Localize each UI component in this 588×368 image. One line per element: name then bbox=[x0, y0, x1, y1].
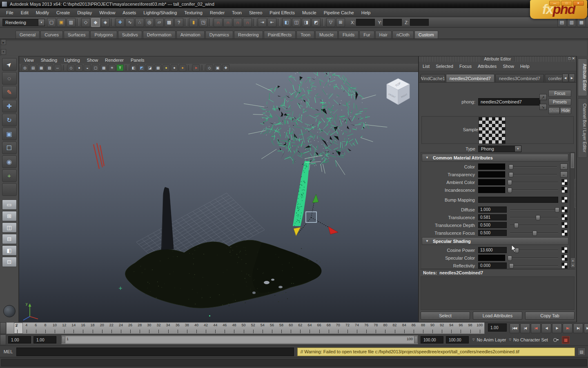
shelf-tab-subdivs[interactable]: Subdivs bbox=[118, 31, 142, 38]
chevron-down-icon[interactable]: ▼ bbox=[515, 146, 521, 152]
soft-modification-tool[interactable]: ◉ bbox=[2, 155, 17, 168]
menu-lighting-shading[interactable]: Lighting/Shading bbox=[140, 10, 180, 15]
slider-handle[interactable] bbox=[508, 188, 512, 193]
textured-icon[interactable]: ▩ bbox=[100, 64, 107, 71]
menu-stereo[interactable]: Stereo bbox=[245, 10, 266, 15]
shelf-tab-muscle[interactable]: Muscle bbox=[315, 31, 338, 38]
snap-view-plane-icon[interactable]: ▱ bbox=[155, 18, 164, 27]
step-forward-frame-button[interactable]: ▶| bbox=[573, 323, 583, 333]
attribute-editor-menu-list[interactable]: List bbox=[423, 64, 430, 69]
shelf-tab-toon[interactable]: Toon bbox=[296, 31, 314, 38]
absolute-transform-icon[interactable]: ⊞ bbox=[336, 18, 345, 27]
tab-scroll-left-icon[interactable]: ◀ bbox=[562, 74, 568, 82]
render-view-icon[interactable]: ◧ bbox=[282, 18, 291, 27]
attribute-editor-menu-selected[interactable]: Selected bbox=[436, 64, 453, 69]
color-swatch[interactable] bbox=[478, 164, 505, 170]
toolbar-separator[interactable] bbox=[209, 19, 212, 26]
attribute-tab-needles3combined7[interactable]: needles3Combined7 bbox=[495, 74, 544, 82]
attribute-editor-menu-help[interactable]: Help bbox=[520, 64, 530, 69]
attribute-slider[interactable] bbox=[510, 263, 558, 268]
output-connection-icon[interactable]: ↘ bbox=[539, 104, 547, 110]
output-connections-icon[interactable]: ⇤ bbox=[267, 18, 276, 27]
range-slider[interactable]: 1 100 bbox=[61, 335, 418, 344]
play-forwards-button[interactable]: ▶ bbox=[552, 323, 562, 333]
z-coordinate-field[interactable] bbox=[410, 19, 429, 26]
viewport-menu-view[interactable]: View bbox=[24, 58, 34, 63]
show-channel-box-icon[interactable]: ▦ bbox=[577, 18, 586, 27]
attribute-slider[interactable] bbox=[510, 230, 558, 236]
shelf-tab-curves[interactable]: Curves bbox=[40, 31, 63, 38]
connection-arrow-icon[interactable]: ← bbox=[560, 164, 568, 170]
float-panel-icon[interactable]: □ bbox=[568, 56, 570, 61]
character-set-caret-icon[interactable]: ▽ bbox=[509, 338, 511, 341]
menu-assets[interactable]: Assets bbox=[119, 10, 140, 15]
menu-muscle[interactable]: Muscle bbox=[298, 10, 320, 15]
toolbar-separator[interactable] bbox=[185, 19, 187, 26]
shelf-tab-animation[interactable]: Animation bbox=[176, 31, 205, 38]
persp-outliner-layout[interactable]: ◫ bbox=[2, 222, 17, 233]
playback-start-field[interactable]: 1.00 bbox=[33, 336, 56, 343]
attribute-editor-menu-show[interactable]: Show bbox=[503, 64, 514, 69]
map-checker-icon[interactable] bbox=[561, 187, 568, 193]
attribute-slider[interactable] bbox=[508, 255, 558, 260]
value-field[interactable]: 0.500 bbox=[478, 230, 507, 236]
focus-button[interactable]: Focus bbox=[548, 90, 571, 97]
value-field[interactable]: 0.000 bbox=[478, 263, 507, 269]
menu-edit[interactable]: Edit bbox=[17, 10, 32, 15]
tab-scroll-right-icon[interactable]: ▶ bbox=[569, 74, 575, 82]
map-checker-icon[interactable] bbox=[561, 230, 568, 236]
snap-together-icon[interactable]: ∩ bbox=[214, 18, 223, 27]
show-manipulator-tool[interactable]: + bbox=[2, 169, 17, 182]
colored-wireframe-icon[interactable]: ◩ bbox=[138, 64, 145, 71]
shelf-tab-general[interactable]: General bbox=[16, 31, 40, 38]
snap-point-icon[interactable]: ∴ bbox=[135, 18, 144, 27]
attribute-slider[interactable] bbox=[510, 247, 558, 253]
select-button[interactable]: Select bbox=[421, 312, 470, 320]
slider-handle[interactable] bbox=[536, 215, 540, 220]
animation-end-field[interactable]: 100.00 bbox=[446, 336, 469, 343]
single-pane-layout[interactable]: ▭ bbox=[2, 200, 17, 210]
connection-arrow-icon[interactable]: ← bbox=[560, 171, 568, 177]
attribute-slider[interactable] bbox=[508, 172, 557, 177]
dock-tab-channel-box-layer-editor[interactable]: Channel Box / Layer Editor bbox=[578, 98, 587, 158]
step-back-frame-button[interactable]: |◀ bbox=[520, 323, 530, 333]
load-attributes-button[interactable]: Load Attributes bbox=[473, 312, 522, 320]
image-plane-icon[interactable]: ▧ bbox=[46, 64, 53, 71]
persp-multi-layout[interactable]: ⊡ bbox=[2, 257, 17, 267]
toolbar-separator[interactable] bbox=[77, 19, 80, 26]
frame-selection-icon[interactable]: ▣ bbox=[214, 64, 221, 71]
camera-attributes-icon[interactable]: ▤ bbox=[29, 64, 37, 71]
open-scene-icon[interactable]: ▣ bbox=[57, 18, 66, 27]
anim-layer-selector[interactable]: No Anim Layer bbox=[477, 337, 506, 342]
slider-handle[interactable] bbox=[555, 207, 559, 213]
attribute-slider[interactable] bbox=[508, 164, 557, 169]
smooth-shade-icon[interactable]: ● bbox=[76, 64, 83, 71]
command-input[interactable] bbox=[16, 348, 294, 356]
scale-tool[interactable]: ▣ bbox=[2, 128, 17, 140]
character-set-selector[interactable]: No Character Set bbox=[513, 337, 548, 342]
menu-pipeline-cache[interactable]: Pipeline Cache bbox=[320, 10, 358, 15]
share-view-icon[interactable]: ❖ bbox=[222, 64, 229, 71]
input-connection-icon[interactable]: ↗ bbox=[539, 94, 547, 100]
make-live-icon[interactable]: ▩ bbox=[165, 18, 174, 27]
shelf-tab-ncloth[interactable]: nCloth bbox=[392, 31, 414, 38]
transparency-display-icon[interactable]: ◪ bbox=[146, 64, 154, 71]
toolbar-separator[interactable] bbox=[111, 19, 114, 26]
snap-edge-icon[interactable]: ∩ bbox=[233, 18, 242, 27]
pan-zoom-icon[interactable]: ⇔ bbox=[54, 64, 61, 71]
render-settings-icon[interactable]: ◩ bbox=[312, 18, 321, 27]
shelf-tab-polygons[interactable]: Polygons bbox=[90, 31, 117, 38]
slider-handle[interactable] bbox=[508, 256, 512, 261]
lights-icon[interactable]: ☀ bbox=[108, 64, 116, 71]
attribute-scrollbar[interactable]: ▲ ▼ bbox=[570, 152, 575, 268]
flat-shade-icon[interactable]: ◒ bbox=[84, 64, 91, 71]
input-connections-icon[interactable]: ⇥ bbox=[258, 18, 267, 27]
map-checker-icon[interactable] bbox=[561, 179, 568, 185]
shelf-tab-hair[interactable]: Hair bbox=[375, 31, 392, 38]
menu-help[interactable]: Help bbox=[358, 10, 374, 15]
shelf-menu-icon[interactable]: ▶ bbox=[1, 39, 6, 45]
shelf-tab-fluids[interactable]: Fluids bbox=[339, 31, 359, 38]
save-scene-icon[interactable]: ▥ bbox=[67, 18, 76, 27]
quick-help-icon[interactable]: ? bbox=[174, 18, 183, 27]
menu-window[interactable]: Window bbox=[96, 10, 119, 15]
